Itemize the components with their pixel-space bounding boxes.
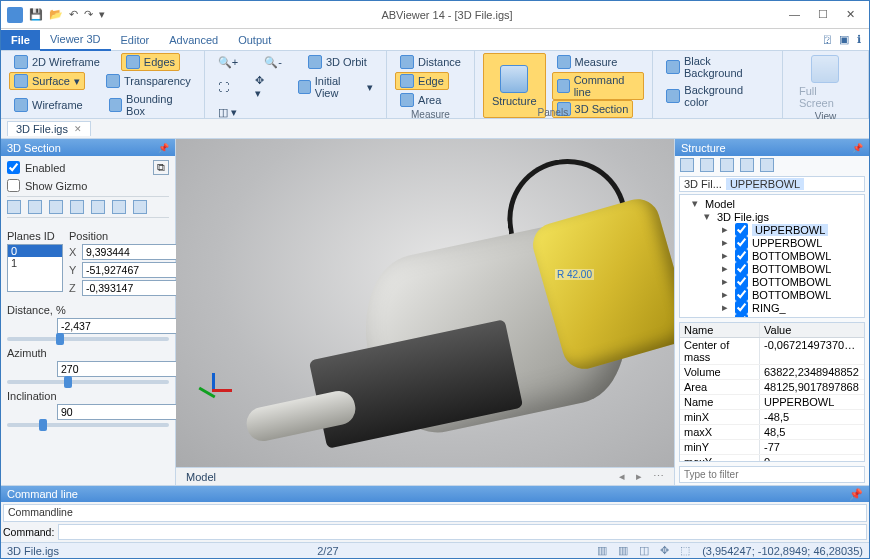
panel-structure: Structure📌 3D Fil...UPPERBOWL ▾Model ▾3D… <box>674 139 869 485</box>
tree-node[interactable]: ▸BOTTOMBOWL <box>682 288 862 301</box>
zoom-in-icon[interactable]: 🔍+ <box>213 54 243 71</box>
file-tab-bar: 3D File.igs✕ <box>1 119 869 139</box>
btn-wireframe[interactable]: Wireframe <box>9 96 88 114</box>
file-tab[interactable]: 3D File.igs✕ <box>7 121 91 136</box>
tree-node[interactable]: ▸BOTTOMBOWL <box>682 262 862 275</box>
maximize-button[interactable]: ☐ <box>818 8 828 21</box>
close-button[interactable]: ✕ <box>846 8 855 21</box>
tab-editor[interactable]: Editor <box>111 30 160 50</box>
structure-tree[interactable]: ▾Model ▾3D File.igs ▸UPPERBOWL ▸UPPERBOW… <box>679 194 865 318</box>
btn-area[interactable]: Area <box>395 91 446 109</box>
col-name[interactable]: Name <box>680 323 760 337</box>
viewport-tab-model[interactable]: Model <box>176 471 226 483</box>
section-tool-1[interactable] <box>7 200 21 214</box>
chk-enabled[interactable] <box>7 161 20 174</box>
panel-3d-section-header[interactable]: 3D Section📌 <box>1 139 175 156</box>
viewport-tab-nav[interactable]: ◂ ▸ ⋯ <box>619 470 674 483</box>
commandline-output: Commandline <box>3 504 867 522</box>
qat-undo-icon[interactable]: ↶ <box>69 8 78 21</box>
btn-bounding-box[interactable]: Bounding Box <box>104 91 196 119</box>
btn-2d-wireframe[interactable]: 2D Wireframe <box>9 53 105 71</box>
btn-command-line[interactable]: Command line <box>552 72 645 100</box>
section-tool-5[interactable] <box>91 200 105 214</box>
structure-tool-2[interactable] <box>700 158 714 172</box>
structure-header[interactable]: Structure📌 <box>675 139 869 156</box>
help-icon[interactable]: ⍰ <box>824 33 831 46</box>
app-icon <box>7 7 23 23</box>
commandline-header[interactable]: Command line <box>7 488 78 500</box>
btn-surface[interactable]: Surface ▾ <box>9 72 85 90</box>
property-row: Area48125,9017897868 <box>680 380 864 395</box>
tab-viewer-3d[interactable]: Viewer 3D <box>40 29 111 51</box>
tree-node[interactable]: ▸BOTTOMBOWL <box>682 275 862 288</box>
pan-icon[interactable]: ✥ ▾ <box>250 72 277 102</box>
lbl-gizmo: Show Gizmo <box>25 180 87 192</box>
btn-distance[interactable]: Distance <box>395 53 466 71</box>
panel-commandline: Command line📌 Commandline Command: <box>1 485 869 542</box>
section-tool-4[interactable] <box>70 200 84 214</box>
lbl-distance: Distance, % <box>7 304 169 316</box>
structure-toolbar <box>675 156 869 174</box>
property-row: Center of mass-0,06721497370271 1... <box>680 338 864 365</box>
btn-transparency[interactable]: Transparency <box>101 72 196 90</box>
section-tool-2[interactable] <box>28 200 42 214</box>
fit-icon[interactable]: ⛶ <box>213 79 234 95</box>
qat-save-icon[interactable]: 💾 <box>29 8 43 21</box>
zoom-out-icon[interactable]: 🔍- <box>259 54 287 71</box>
planes-id-list[interactable]: 0 1 <box>7 244 63 292</box>
slider-azimuth[interactable] <box>7 380 169 384</box>
ribbon: 2D Wireframe Edges Surface ▾ Transparenc… <box>1 51 869 119</box>
property-row: minX-48,5 <box>680 410 864 425</box>
btn-measure-panel[interactable]: Measure <box>552 53 623 71</box>
breadcrumb[interactable]: 3D Fil...UPPERBOWL <box>679 176 865 192</box>
qat-open-icon[interactable]: 📂 <box>49 8 63 21</box>
tab-advanced[interactable]: Advanced <box>159 30 228 50</box>
section-tool-6[interactable] <box>112 200 126 214</box>
status-coords: (3,954247; -102,8949; 46,28035) <box>702 545 863 557</box>
fullscreen-icon <box>811 55 839 83</box>
chk-show-gizmo[interactable] <box>7 179 20 192</box>
panel-3d-section: 3D Section📌 Enabled⧉ Show Gizmo Planes I… <box>1 139 176 485</box>
info-icon[interactable]: ℹ <box>857 33 861 46</box>
btn-full-screen[interactable]: Full Screen <box>791 53 860 111</box>
tree-node[interactable]: ▸RING_ <box>682 301 862 314</box>
pin-icon[interactable]: 📌 <box>849 488 863 501</box>
structure-tool-3[interactable] <box>720 158 734 172</box>
minimize-button[interactable]: — <box>789 8 800 21</box>
tree-node[interactable]: ▸UPPERBOWL <box>682 223 862 236</box>
tree-node[interactable]: ▸UPPERBOWL <box>682 236 862 249</box>
status-icons[interactable]: ▥ ▥ ◫ ✥ ⬚ <box>597 544 694 557</box>
commandline-input[interactable] <box>58 524 867 540</box>
group-panels: Panels <box>483 107 623 120</box>
section-tool-3[interactable] <box>49 200 63 214</box>
section-tool-7[interactable] <box>133 200 147 214</box>
btn-initial-view[interactable]: Initial View ▾ <box>293 73 378 101</box>
pin-icon[interactable]: 📌 <box>852 143 863 153</box>
structure-tool-4[interactable] <box>740 158 754 172</box>
canvas-3d[interactable]: R 42.00 72.00 <box>176 139 674 467</box>
viewport: R 42.00 72.00 Model ◂ ▸ ⋯ <box>176 139 674 485</box>
tab-output[interactable]: Output <box>228 30 281 50</box>
btn-black-background[interactable]: Black Background <box>661 53 774 81</box>
pin-icon[interactable]: 📌 <box>158 143 169 153</box>
slider-inclination[interactable] <box>7 423 169 427</box>
btn-edge[interactable]: Edge <box>395 72 449 90</box>
btn-edges[interactable]: Edges <box>121 53 180 71</box>
col-value[interactable]: Value <box>760 323 864 337</box>
slider-distance[interactable] <box>7 337 169 341</box>
close-tab-icon[interactable]: ✕ <box>74 124 82 134</box>
tab-file[interactable]: File <box>1 30 40 50</box>
tree-node[interactable]: ▸RING_ <box>682 314 862 318</box>
structure-tool-5[interactable] <box>760 158 774 172</box>
views-icon[interactable]: ◫ ▾ <box>213 104 242 121</box>
property-row: Volume63822,2348948852 <box>680 365 864 380</box>
section-settings-icon[interactable]: ⧉ <box>153 160 169 175</box>
filter-input[interactable] <box>679 466 865 483</box>
qat-redo-icon[interactable]: ↷ <box>84 8 93 21</box>
structure-tool-1[interactable] <box>680 158 694 172</box>
tree-node[interactable]: ▸BOTTOMBOWL <box>682 249 862 262</box>
ribbon-min-icon[interactable]: ▣ <box>839 33 849 46</box>
btn-3d-orbit[interactable]: 3D Orbit <box>303 53 372 71</box>
lbl-inclination: Inclination <box>7 390 169 402</box>
btn-background-color[interactable]: Background color <box>661 82 774 110</box>
